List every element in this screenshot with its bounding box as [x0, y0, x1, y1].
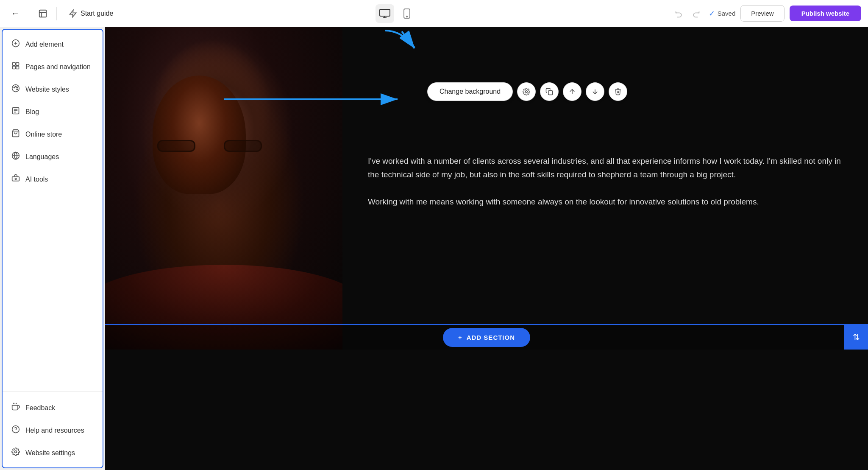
face-shape [153, 76, 246, 194]
publish-label: Publish website [801, 10, 849, 17]
layout-icon [38, 9, 47, 18]
svg-rect-13 [13, 66, 16, 69]
settings-icon [11, 448, 20, 458]
floating-toolbar: Change background [427, 82, 627, 101]
sidebar-nav: Add element Pages and navigation [3, 30, 103, 391]
add-element-label: Add element [25, 41, 64, 48]
svg-point-26 [15, 178, 16, 179]
redo-icon [692, 9, 700, 18]
gear-icon [523, 88, 530, 95]
website-settings-label: Website settings [25, 449, 75, 457]
hero-text-1: I've worked with a number of clients acr… [368, 154, 843, 182]
feedback-icon [11, 403, 20, 413]
hero-section[interactable]: I've worked with a number of clients acr… [105, 27, 868, 350]
add-section-bar: + ADD SECTION ⇅ [105, 324, 868, 350]
blog-icon [11, 106, 20, 117]
delete-section-button[interactable] [609, 82, 627, 101]
copy-icon [545, 88, 553, 95]
sidebar-item-website-settings[interactable]: Website settings [3, 442, 103, 464]
svg-point-18 [17, 87, 18, 88]
svg-point-32 [15, 451, 17, 453]
undo-button[interactable] [671, 6, 687, 21]
languages-label: Languages [25, 153, 59, 161]
back-button[interactable]: ← [7, 5, 24, 22]
saved-check-icon: ✓ [709, 9, 715, 18]
change-bg-label: Change background [440, 88, 501, 95]
topbar-left: ← Start guide [7, 5, 120, 22]
svg-rect-12 [16, 63, 19, 66]
svg-point-7 [406, 16, 407, 17]
start-guide-button[interactable]: Start guide [62, 6, 120, 21]
section-settings-button[interactable] [517, 82, 536, 101]
topbar-right: ✓ Saved Preview Publish website [671, 5, 861, 22]
scroll-icon: ⇅ [853, 332, 860, 342]
hero-image-area [105, 27, 342, 350]
publish-button[interactable]: Publish website [790, 6, 861, 21]
scroll-indicator: ⇅ [844, 325, 868, 350]
duplicate-section-button[interactable] [540, 82, 559, 101]
mobile-device-button[interactable] [398, 4, 416, 23]
sidebar-item-blog[interactable]: Blog [3, 101, 103, 123]
desktop-device-button[interactable] [376, 4, 394, 23]
sidebar: Add element Pages and navigation [2, 29, 103, 468]
layout-icon-button[interactable] [34, 5, 51, 22]
main-layout: Add element Pages and navigation [0, 27, 868, 470]
arrow-up-icon [568, 88, 576, 95]
svg-rect-11 [13, 63, 16, 66]
move-up-button[interactable] [563, 82, 581, 101]
sidebar-item-languages[interactable]: Languages [3, 145, 103, 168]
help-label: Help and resources [25, 427, 84, 434]
start-guide-label: Start guide [81, 10, 113, 17]
pages-icon [11, 62, 20, 72]
online-store-label: Online store [25, 131, 62, 138]
store-icon [11, 129, 20, 140]
preview-button[interactable]: Preview [740, 5, 784, 22]
add-section-label: ADD SECTION [467, 334, 515, 341]
saved-label: Saved [718, 10, 736, 17]
mobile-icon [403, 8, 410, 19]
move-down-button[interactable] [586, 82, 604, 101]
undo-redo-group [671, 6, 704, 21]
topbar: ← Start guide [0, 0, 868, 27]
add-section-button[interactable]: + ADD SECTION [443, 328, 530, 347]
svg-point-33 [526, 91, 528, 93]
desktop-icon [379, 9, 390, 18]
blog-label: Blog [25, 108, 39, 116]
back-icon: ← [11, 8, 19, 18]
svg-line-38 [402, 31, 415, 48]
topbar-center [123, 4, 668, 23]
hero-person-photo [105, 27, 342, 350]
topbar-divider-2 [56, 7, 57, 20]
svg-rect-34 [548, 91, 553, 95]
sidebar-item-website-styles[interactable]: Website styles [3, 78, 103, 101]
bottom-section [105, 350, 868, 470]
ai-tools-icon [11, 174, 20, 185]
saved-indicator: ✓ Saved [709, 9, 736, 18]
website-styles-label: Website styles [25, 86, 69, 93]
palette-icon [11, 84, 20, 95]
sidebar-item-ai-tools[interactable]: AI tools [3, 168, 103, 190]
undo-icon [675, 9, 683, 18]
sidebar-item-online-store[interactable]: Online store [3, 123, 103, 145]
glasses-right [224, 140, 262, 152]
redo-button[interactable] [688, 6, 704, 21]
svg-rect-25 [12, 177, 19, 181]
sidebar-item-pages-navigation[interactable]: Pages and navigation [3, 56, 103, 78]
hero-text-area: I've worked with a number of clients acr… [342, 137, 868, 240]
feedback-label: Feedback [25, 404, 55, 412]
change-background-button[interactable]: Change background [427, 82, 513, 101]
glasses-left [157, 140, 195, 152]
arrow-down-icon [591, 88, 599, 95]
sidebar-item-feedback[interactable]: Feedback [3, 397, 103, 419]
topbar-divider-1 [29, 7, 29, 20]
ai-tools-label: AI tools [25, 176, 48, 183]
hero-text-2: Working with me means working with someo… [368, 195, 843, 209]
sidebar-item-add-element[interactable]: Add element [3, 33, 103, 56]
sidebar-bottom: Feedback Help and resources [3, 391, 103, 467]
add-section-plus: + [458, 334, 462, 341]
trash-icon [614, 88, 622, 95]
svg-point-16 [14, 87, 15, 88]
sidebar-item-help[interactable]: Help and resources [3, 419, 103, 442]
svg-rect-0 [39, 10, 47, 17]
svg-point-17 [15, 86, 17, 87]
